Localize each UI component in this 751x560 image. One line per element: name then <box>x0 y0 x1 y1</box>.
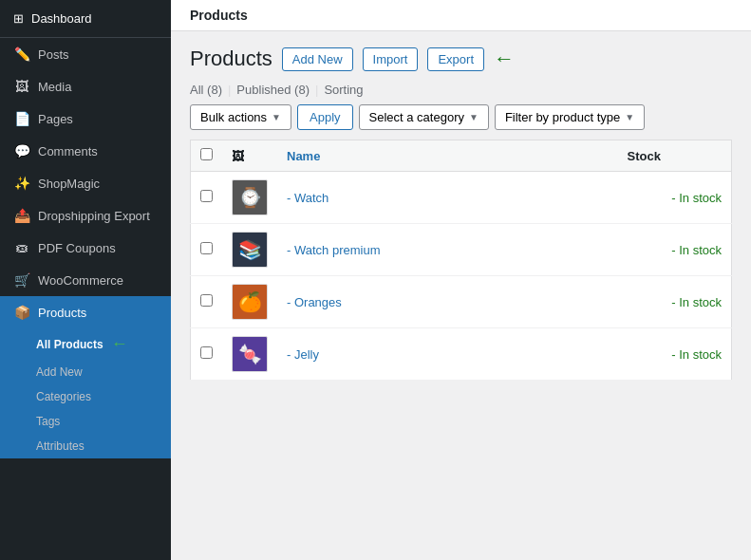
product-name-2: - Oranges <box>287 295 342 309</box>
row-stock-cell: - In stock <box>618 276 732 328</box>
bulk-actions-dropdown[interactable]: Bulk actions ▼ <box>190 104 291 130</box>
toolbar: Bulk actions ▼ Apply Select a category ▼… <box>190 104 732 130</box>
product-stock-2: - In stock <box>671 295 722 309</box>
row-checkbox-2[interactable] <box>200 294 213 307</box>
product-stock-3: - In stock <box>671 347 722 362</box>
sidebar-item-dropshipping[interactable]: 📤 Dropshipping Export <box>0 199 171 232</box>
woocommerce-icon: 🛒 <box>13 272 30 288</box>
sidebar-item-woocommerce[interactable]: 🛒 WooCommerce <box>0 264 171 296</box>
sidebar-item-pages[interactable]: 📄 Pages <box>0 103 171 135</box>
separator-1: | <box>228 83 231 97</box>
filter-published-link[interactable]: Published (8) <box>236 83 310 97</box>
product-img-icon-0: ⌚ <box>238 186 262 209</box>
filter-published-label: Published <box>236 83 291 97</box>
product-img-icon-3: 🍬 <box>238 343 262 365</box>
product-name-3: - Jelly <box>287 347 319 362</box>
row-stock-cell: - In stock <box>618 328 732 381</box>
row-stock-cell: - In stock <box>618 224 732 276</box>
product-name-1: - Watch premium <box>287 243 380 257</box>
filter-all-count: (8) <box>207 83 222 97</box>
sidebar-pages-label: Pages <box>38 112 73 126</box>
sidebar-media-label: Media <box>38 80 71 94</box>
pages-icon: 📄 <box>13 111 30 126</box>
row-checkbox-0[interactable] <box>200 190 213 202</box>
sidebar-item-media[interactable]: 🖼 Media <box>0 70 171 103</box>
sidebar-shopmagic-label: ShopMagic <box>38 177 100 191</box>
comments-icon: 💬 <box>13 143 30 159</box>
filter-type-dropdown[interactable]: Filter by product type ▼ <box>495 104 645 130</box>
sidebar-item-products[interactable]: 📦 Products <box>0 296 171 328</box>
filter-sorting-label: Sorting <box>324 83 363 97</box>
sidebar-subitem-attributes[interactable]: Attributes <box>0 434 171 458</box>
sidebar-item-pdf-coupons[interactable]: 🎟 PDF Coupons <box>0 232 171 264</box>
sidebar-subitem-categories[interactable]: Categories <box>0 384 171 409</box>
product-image-1: 📚 <box>232 232 268 268</box>
filter-sorting-link[interactable]: Sorting <box>324 83 363 97</box>
sidebar-subitem-all-products[interactable]: All Products ← <box>0 328 171 360</box>
row-name-cell: - Watch <box>277 172 618 224</box>
add-new-button[interactable]: Add New <box>282 47 353 71</box>
row-name-cell: - Jelly <box>277 328 618 381</box>
filter-type-chevron: ▼ <box>625 112 634 122</box>
header-name-label: Name <box>287 149 320 163</box>
select-all-checkbox[interactable] <box>200 148 213 160</box>
main-header: Products <box>171 0 751 31</box>
dropshipping-icon: 📤 <box>13 208 30 223</box>
posts-icon: ✏️ <box>13 47 30 62</box>
filter-bar: All (8) | Published (8) | Sorting <box>190 83 732 97</box>
bulk-actions-label: Bulk actions <box>200 110 267 124</box>
header-img-icon: 🖼 <box>232 149 244 163</box>
row-img-cell: 📚 <box>222 224 277 276</box>
header-stock-label: Stock <box>628 149 661 163</box>
product-name-link-3[interactable]: - Jelly <box>287 347 319 362</box>
separator-2: | <box>315 83 318 97</box>
pdf-coupons-icon: 🎟 <box>13 240 30 255</box>
sidebar-item-comments[interactable]: 💬 Comments <box>0 135 171 167</box>
main-content: Products Add New Import Export ← All (8)… <box>171 31 751 396</box>
product-image-2: 🍊 <box>232 284 268 320</box>
select-category-dropdown[interactable]: Select a category ▼ <box>359 104 489 130</box>
table-row: 🍬 - Jelly - In stock <box>191 328 732 381</box>
page-title: Products <box>190 47 272 71</box>
product-name-link-0[interactable]: - Watch <box>287 191 329 205</box>
sidebar-pdf-label: PDF Coupons <box>38 241 116 255</box>
products-icon: 📦 <box>13 305 30 320</box>
table-row: 📚 - Watch premium - In stock <box>191 224 732 276</box>
sidebar-title: Dashboard <box>31 11 92 26</box>
all-products-arrow: ← <box>111 334 128 354</box>
add-new-sub-label: Add New <box>36 365 83 379</box>
table-header-row: 🖼 Name Stock <box>191 140 732 172</box>
page-title-row: Products Add New Import Export ← <box>190 47 732 71</box>
breadcrumb: Products <box>190 8 248 23</box>
row-checkbox-cell <box>191 328 223 381</box>
sidebar-subitem-add-new[interactable]: Add New <box>0 360 171 384</box>
product-name-link-1[interactable]: - Watch premium <box>287 243 380 257</box>
row-name-cell: - Oranges <box>277 276 618 328</box>
row-img-cell: ⌚ <box>222 172 277 224</box>
export-button[interactable]: Export <box>427 47 484 71</box>
dashboard-icon: ⊞ <box>13 11 24 26</box>
header-img-col: 🖼 <box>222 140 277 172</box>
sidebar-header: ⊞ Dashboard <box>0 0 171 38</box>
attributes-label: Attributes <box>36 439 84 453</box>
product-name-link-2[interactable]: - Oranges <box>287 295 342 309</box>
sidebar-item-posts[interactable]: ✏️ Posts <box>0 38 171 70</box>
row-checkbox-cell <box>191 172 223 224</box>
apply-button[interactable]: Apply <box>297 104 353 130</box>
header-name-col[interactable]: Name <box>277 140 618 172</box>
product-stock-1: - In stock <box>671 243 722 257</box>
sidebar-item-shopmagic[interactable]: ✨ ShopMagic <box>0 167 171 199</box>
product-img-icon-2: 🍊 <box>238 290 262 313</box>
bulk-actions-chevron: ▼ <box>272 112 281 122</box>
sidebar-subitem-tags[interactable]: Tags <box>0 409 171 434</box>
product-name-0: - Watch <box>287 191 329 205</box>
import-button[interactable]: Import <box>363 47 419 71</box>
products-table: 🖼 Name Stock ⌚ <box>190 140 732 381</box>
row-name-cell: - Watch premium <box>277 224 618 276</box>
filter-all-link[interactable]: All (8) <box>190 83 222 97</box>
row-checkbox-1[interactable] <box>200 242 213 254</box>
product-img-icon-1: 📚 <box>238 238 262 261</box>
row-checkbox-3[interactable] <box>200 346 213 359</box>
product-stock-0: - In stock <box>671 191 722 205</box>
sidebar-dropshipping-label: Dropshipping Export <box>38 209 150 223</box>
